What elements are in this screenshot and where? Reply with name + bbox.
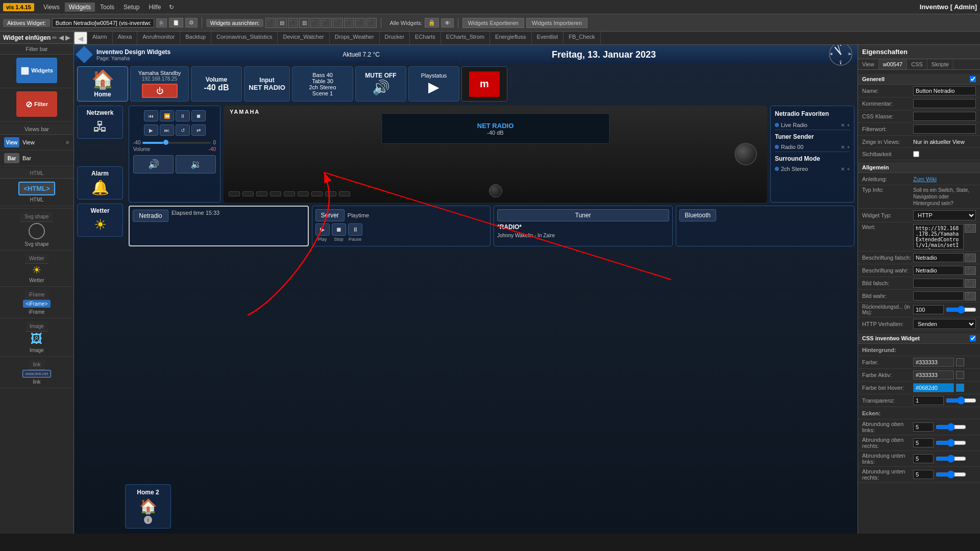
paste-widget-btn[interactable]: 📋 — [169, 18, 183, 28]
beschriftung-wahr-btn[interactable]: ⬛ — [965, 266, 976, 275]
playstatus-tile[interactable]: Playstatus ▶ — [408, 66, 459, 102]
lock-widgets-btn[interactable]: 🔒 — [425, 18, 439, 28]
home2-tile[interactable]: Home 2 🏠 i — [125, 484, 171, 529]
filterwort-input[interactable] — [913, 124, 976, 134]
tab-coronavirus[interactable]: Coronavirus_Statistics — [211, 32, 278, 44]
menu-tools[interactable]: Tools — [96, 3, 118, 12]
align-distribute-v[interactable]: ⬛ — [344, 18, 354, 28]
sidebar-item-filter[interactable]: ⊘ Filter — [0, 88, 74, 122]
pencil-icon[interactable]: ✏ — [52, 34, 57, 41]
align-top[interactable]: ⬛ — [288, 18, 298, 28]
tab-drucker[interactable]: Drucker — [380, 32, 410, 44]
align-center-h[interactable]: ▤ — [277, 18, 287, 28]
rewind-btn[interactable]: ⏪ — [160, 110, 174, 121]
align-bottom[interactable]: ⬛ — [322, 18, 332, 28]
rueckmeldung-input[interactable] — [913, 305, 944, 314]
shuffle-btn[interactable]: ⇄ — [191, 124, 206, 136]
menu-setup[interactable]: Setup — [119, 3, 143, 12]
tab-device-watcher[interactable]: Device_Watcher — [278, 32, 329, 44]
sidebar-item-html[interactable]: <HTML> HTML — [0, 179, 74, 206]
stop-icon-btn[interactable]: ⏹ Stop — [332, 223, 346, 242]
bass-tile[interactable]: Bass 40 Table 30 2ch Stereo Scene 1 — [292, 66, 353, 102]
fav-radio-00[interactable]: Radio 00 ✕ + — [775, 142, 850, 152]
farbe-hover-swatch[interactable] — [956, 384, 964, 392]
tab-alarm[interactable]: Alarm — [87, 32, 113, 44]
wert-edit-btn[interactable]: ⬛ — [965, 224, 976, 233]
generell-checkbox[interactable] — [970, 76, 976, 82]
yamaha-standby-tile[interactable]: Yamaha Standby 192.168.178.25 ⏻ — [130, 66, 189, 102]
import-widgets-btn[interactable]: Widgets Importieren — [526, 18, 587, 28]
farbe-aktiv-swatch[interactable] — [956, 371, 964, 379]
sidebar-item-wetter[interactable]: Wetter ☀ Wetter — [0, 251, 74, 287]
menu-widgets[interactable]: Widgets — [65, 3, 95, 12]
farbe-hover-input[interactable] — [913, 383, 954, 392]
sidebar-item-svg[interactable]: Svg shape Svg shape — [0, 209, 74, 251]
abrundung-ur-input[interactable] — [913, 470, 934, 479]
tab-echarts[interactable]: ECharts — [410, 32, 441, 44]
tab-echarts-strom[interactable]: ECharts_Strom — [441, 32, 490, 44]
play-icon-btn[interactable]: ▶ Play — [315, 223, 330, 242]
sichtbarkeit-checkbox[interactable] — [913, 151, 919, 157]
name-input[interactable] — [913, 86, 976, 95]
rueckmeldung-slider[interactable] — [946, 306, 976, 314]
widget-typ-select[interactable]: HTTP — [913, 210, 976, 220]
farbe-input[interactable] — [913, 358, 954, 367]
props-tab-skripte[interactable]: Skripte — [927, 59, 953, 69]
vol-down-btn[interactable]: 🔉 — [176, 155, 216, 173]
alarm-tile[interactable]: Alarm 🔔 — [77, 166, 123, 199]
abrundung-or-input[interactable] — [913, 438, 934, 447]
align-same-width[interactable]: ⬛ — [355, 18, 365, 28]
tab-anrufmonitor[interactable]: Anrufmonitor — [137, 32, 180, 44]
play-btn[interactable]: ▶ — [144, 124, 158, 136]
home-tile[interactable]: 🏠 Home — [77, 66, 128, 102]
fav-close-1[interactable]: ✕ — [841, 122, 845, 128]
server-btn[interactable]: Server — [315, 209, 345, 221]
pause-btn[interactable]: ⏸ — [176, 110, 190, 121]
tab-nav-left[interactable]: ◀ — [74, 32, 87, 44]
tab-fb-check[interactable]: FB_Check — [564, 32, 600, 44]
beschriftung-wahr-input[interactable] — [913, 266, 964, 275]
vol-thumb[interactable] — [163, 140, 168, 145]
css-inventwo-checkbox[interactable] — [970, 335, 976, 341]
abrundung-ur-slider[interactable] — [936, 470, 966, 479]
menu-views[interactable]: Views — [39, 3, 64, 12]
transparenz-slider[interactable] — [946, 396, 976, 405]
fav-live-radio[interactable]: Live Radio ✕ + — [775, 120, 850, 130]
farbe-swatch[interactable] — [956, 358, 964, 366]
align-same-height[interactable]: ⬛ — [366, 18, 377, 28]
abrundung-or-slider[interactable] — [936, 439, 966, 447]
settings-widget-btn[interactable]: ⚙ — [185, 18, 198, 28]
wert-textarea[interactable]: http://192.168.178.25/YamahaExtendedCont… — [913, 224, 964, 249]
yamaha-logo-tile[interactable]: m — [461, 66, 507, 102]
align-middle-v[interactable]: ▥ — [299, 18, 309, 28]
farbe-aktiv-input[interactable] — [913, 370, 954, 380]
tuner-btn[interactable]: Tuner — [497, 209, 669, 221]
vol-up-btn[interactable]: 🔊 — [133, 155, 174, 173]
tab-backtup[interactable]: Backtup — [180, 32, 211, 44]
repeat-btn[interactable]: ↺ — [176, 124, 190, 136]
props-tab-w00547[interactable]: w00547 — [879, 59, 908, 69]
align-left[interactable]: ⬛ — [265, 18, 276, 28]
sidebar-nav-right[interactable]: ▶ — [65, 34, 70, 41]
pause-icon-btn[interactable]: ⏸ Pause — [348, 223, 362, 242]
volume-tile[interactable]: Volume -40 dB — [191, 66, 242, 102]
export-widgets-btn[interactable]: Widgets Exportieren — [462, 18, 524, 28]
tab-drops-weather[interactable]: Drops_Weather — [330, 32, 380, 44]
refresh-button[interactable]: ↻ — [166, 3, 177, 12]
align-distribute-h[interactable]: ⬛ — [333, 18, 343, 28]
align-right[interactable]: ⬛ — [310, 18, 321, 28]
sidebar-item-iframe[interactable]: iFrame <iFrame> iFrame — [0, 287, 74, 318]
abrundung-ol-slider[interactable] — [936, 423, 966, 431]
fav-close-2[interactable]: ✕ — [841, 144, 845, 150]
skip-fwd-btn[interactable]: ⏭ — [160, 124, 174, 136]
tab-alexa[interactable]: Alexa — [113, 32, 138, 44]
stop-btn[interactable]: ⏹ — [191, 110, 206, 121]
tab-energiefluss[interactable]: Energiefluss — [490, 32, 532, 44]
unlock-widgets-btn[interactable]: 👁 — [441, 18, 454, 28]
fav-2ch-stereo[interactable]: 2ch Stereo ✕ + — [775, 164, 850, 173]
http-select[interactable]: Senden — [913, 319, 976, 329]
beschriftung-falsch-input[interactable] — [913, 253, 964, 262]
fav-pin-1[interactable]: + — [847, 122, 850, 128]
skip-back-btn[interactable]: ⏮ — [144, 110, 158, 121]
fav-pin-2[interactable]: + — [847, 144, 850, 150]
